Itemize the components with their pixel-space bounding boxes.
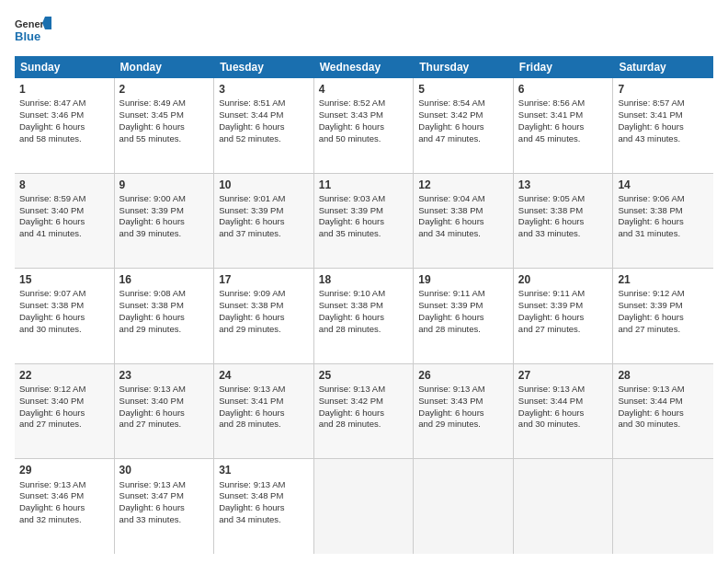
- empty-cell: [414, 459, 514, 554]
- day-info-line: Sunset: 3:40 PM: [119, 396, 210, 408]
- day-number: 26: [418, 368, 508, 383]
- day-number: 7: [618, 82, 709, 97]
- day-info-line: Sunrise: 9:13 AM: [19, 479, 109, 491]
- day-cell: 6Sunrise: 8:56 AMSunset: 3:41 PMDaylight…: [514, 78, 614, 173]
- day-info-line: Sunrise: 9:13 AM: [219, 384, 309, 396]
- day-info-line: Sunset: 3:39 PM: [319, 205, 409, 217]
- day-number: 15: [19, 272, 109, 287]
- day-cell: 14Sunrise: 9:06 AMSunset: 3:38 PMDayligh…: [613, 174, 713, 269]
- day-info-line: Sunset: 3:41 PM: [219, 396, 309, 408]
- day-cell: 9Sunrise: 9:00 AMSunset: 3:39 PMDaylight…: [115, 174, 215, 269]
- empty-cell: [613, 459, 713, 554]
- day-info-line: Daylight: 6 hours: [219, 121, 309, 133]
- day-info-line: Sunrise: 9:13 AM: [618, 384, 709, 396]
- day-number: 11: [319, 178, 409, 192]
- day-info-line: and 27 minutes.: [618, 324, 709, 336]
- day-info-line: Sunset: 3:41 PM: [518, 109, 609, 121]
- day-info-line: and 29 minutes.: [219, 324, 309, 336]
- day-cell: 19Sunrise: 9:11 AMSunset: 3:39 PMDayligh…: [414, 269, 514, 363]
- calendar-container: General Blue SundayMondayTuesdayWednesda…: [0, 0, 728, 563]
- calendar: SundayMondayTuesdayWednesdayThursdayFrid…: [15, 56, 713, 554]
- day-info-line: Sunrise: 8:51 AM: [219, 98, 309, 109]
- day-cell: 27Sunrise: 9:13 AMSunset: 3:44 PMDayligh…: [514, 364, 614, 459]
- day-info-line: Sunrise: 9:12 AM: [19, 384, 109, 396]
- day-cell: 25Sunrise: 9:13 AMSunset: 3:42 PMDayligh…: [314, 364, 415, 459]
- day-info-line: and 32 minutes.: [19, 514, 109, 526]
- day-info-line: and 45 minutes.: [518, 133, 609, 145]
- day-number: 20: [518, 272, 609, 287]
- header: General Blue: [15, 15, 713, 47]
- day-number: 21: [618, 272, 709, 287]
- day-info-line: and 50 minutes.: [319, 133, 409, 145]
- day-info-line: and 28 minutes.: [219, 419, 309, 431]
- day-number: 9: [119, 178, 210, 192]
- day-cell: 1Sunrise: 8:47 AMSunset: 3:46 PMDaylight…: [15, 78, 115, 173]
- day-info-line: and 28 minutes.: [319, 324, 409, 336]
- day-info-line: Sunset: 3:38 PM: [518, 205, 609, 217]
- day-info-line: and 39 minutes.: [119, 228, 210, 240]
- day-cell: 16Sunrise: 9:08 AMSunset: 3:38 PMDayligh…: [115, 269, 215, 363]
- day-info-line: Daylight: 6 hours: [418, 216, 508, 228]
- day-info-line: Daylight: 6 hours: [319, 408, 409, 419]
- day-info-line: Sunset: 3:45 PM: [119, 109, 210, 121]
- day-header-saturday: Saturday: [613, 56, 713, 78]
- day-info-line: Daylight: 6 hours: [19, 121, 109, 133]
- day-info-line: Sunset: 3:38 PM: [119, 300, 210, 312]
- day-info-line: Sunrise: 8:59 AM: [19, 193, 109, 205]
- day-info-line: Daylight: 6 hours: [418, 408, 508, 419]
- day-info-line: Daylight: 6 hours: [518, 121, 609, 133]
- day-info-line: and 41 minutes.: [19, 228, 109, 240]
- day-info-line: Daylight: 6 hours: [418, 121, 508, 133]
- day-info-line: Sunset: 3:39 PM: [219, 205, 309, 217]
- day-cell: 29Sunrise: 9:13 AMSunset: 3:46 PMDayligh…: [15, 459, 115, 554]
- day-info-line: Sunrise: 8:54 AM: [418, 98, 508, 109]
- day-info-line: Daylight: 6 hours: [518, 216, 609, 228]
- day-cell: 11Sunrise: 9:03 AMSunset: 3:39 PMDayligh…: [314, 174, 415, 269]
- day-info-line: Daylight: 6 hours: [119, 312, 210, 324]
- calendar-row: 29Sunrise: 9:13 AMSunset: 3:46 PMDayligh…: [15, 459, 713, 554]
- day-info-line: Sunrise: 9:06 AM: [618, 193, 709, 205]
- day-info-line: Sunrise: 8:49 AM: [119, 98, 210, 109]
- day-number: 6: [518, 82, 609, 97]
- day-cell: 12Sunrise: 9:04 AMSunset: 3:38 PMDayligh…: [414, 174, 514, 269]
- day-cell: 30Sunrise: 9:13 AMSunset: 3:47 PMDayligh…: [115, 459, 215, 554]
- day-number: 4: [319, 82, 409, 97]
- day-info-line: Sunrise: 8:57 AM: [618, 98, 709, 109]
- svg-text:Blue: Blue: [15, 29, 40, 43]
- day-info-line: and 29 minutes.: [418, 419, 508, 431]
- day-info-line: Sunrise: 9:08 AM: [119, 288, 210, 300]
- day-number: 19: [418, 272, 508, 287]
- day-info-line: Daylight: 6 hours: [19, 408, 109, 419]
- day-cell: 8Sunrise: 8:59 AMSunset: 3:40 PMDaylight…: [15, 174, 115, 269]
- day-info-line: Sunrise: 8:47 AM: [19, 98, 109, 109]
- day-info-line: and 34 minutes.: [418, 228, 508, 240]
- day-info-line: Sunset: 3:40 PM: [19, 396, 109, 408]
- day-info-line: and 28 minutes.: [418, 324, 508, 336]
- day-cell: 26Sunrise: 9:13 AMSunset: 3:43 PMDayligh…: [414, 364, 514, 459]
- day-info-line: Sunrise: 9:13 AM: [219, 479, 309, 491]
- day-number: 3: [219, 82, 309, 97]
- day-info-line: and 37 minutes.: [219, 228, 309, 240]
- day-cell: 17Sunrise: 9:09 AMSunset: 3:38 PMDayligh…: [214, 269, 314, 363]
- day-info-line: Daylight: 6 hours: [19, 216, 109, 228]
- day-info-line: Sunset: 3:44 PM: [518, 396, 609, 408]
- day-number: 27: [518, 368, 609, 383]
- calendar-row: 1Sunrise: 8:47 AMSunset: 3:46 PMDaylight…: [15, 78, 713, 174]
- day-number: 12: [418, 178, 508, 192]
- day-info-line: Sunset: 3:42 PM: [418, 109, 508, 121]
- day-info-line: Sunrise: 9:12 AM: [618, 288, 709, 300]
- day-info-line: Daylight: 6 hours: [319, 312, 409, 324]
- day-cell: 7Sunrise: 8:57 AMSunset: 3:41 PMDaylight…: [613, 78, 713, 173]
- day-info-line: and 33 minutes.: [518, 228, 609, 240]
- day-info-line: Daylight: 6 hours: [19, 312, 109, 324]
- day-info-line: and 27 minutes.: [19, 419, 109, 431]
- day-cell: 5Sunrise: 8:54 AMSunset: 3:42 PMDaylight…: [414, 78, 514, 173]
- day-number: 24: [219, 368, 309, 383]
- day-info-line: Sunset: 3:44 PM: [618, 396, 709, 408]
- day-info-line: and 27 minutes.: [518, 324, 609, 336]
- day-info-line: Sunset: 3:46 PM: [19, 109, 109, 121]
- calendar-body: 1Sunrise: 8:47 AMSunset: 3:46 PMDaylight…: [15, 78, 713, 554]
- calendar-row: 15Sunrise: 9:07 AMSunset: 3:38 PMDayligh…: [15, 269, 713, 364]
- day-info-line: and 58 minutes.: [19, 133, 109, 145]
- day-cell: 23Sunrise: 9:13 AMSunset: 3:40 PMDayligh…: [115, 364, 215, 459]
